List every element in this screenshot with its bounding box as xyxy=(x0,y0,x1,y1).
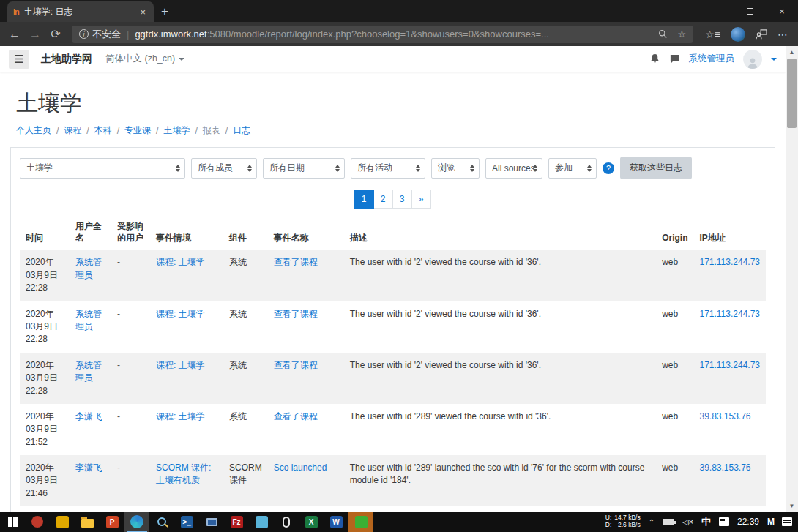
tray-expand-chevron-icon[interactable]: ⌃ xyxy=(649,518,655,526)
cell-affected-user: - xyxy=(111,404,150,455)
browser-profile-avatar[interactable] xyxy=(731,27,745,42)
user-fullname-link[interactable]: 系统管理员 xyxy=(75,257,102,280)
site-security[interactable]: i 不安全 xyxy=(79,28,121,41)
event-name-link[interactable]: 查看了课程 xyxy=(274,411,318,422)
messages-icon[interactable] xyxy=(669,53,680,64)
filezilla-icon[interactable]: Fz xyxy=(224,512,249,532)
pagination-item[interactable]: 2 xyxy=(373,190,393,209)
user-avatar[interactable] xyxy=(743,50,762,69)
user-fullname-link[interactable]: 系统管理员 xyxy=(75,360,102,383)
ip-address-link[interactable]: 171.113.244.73 xyxy=(699,309,760,319)
battery-icon[interactable] xyxy=(663,519,674,525)
language-selector[interactable]: 简体中文 (zh_cn) xyxy=(105,53,184,65)
feedback-icon[interactable] xyxy=(756,29,767,40)
address-bar[interactable]: i 不安全 | ggtdx.imwork.net :5080/moodle/re… xyxy=(72,26,693,43)
site-brand[interactable]: 土地助学网 xyxy=(41,53,92,66)
event-name-link[interactable]: Sco launched xyxy=(274,462,327,473)
tab-close-icon[interactable]: × xyxy=(138,7,148,18)
breadcrumb-link[interactable]: 专业课 xyxy=(124,124,151,137)
edge-browser-icon[interactable] xyxy=(124,512,149,532)
app-3d-box-icon[interactable] xyxy=(50,512,75,532)
page-scrollbar[interactable]: ▲ ▼ xyxy=(786,46,798,512)
breadcrumb-link[interactable]: 本科 xyxy=(94,124,112,137)
ime-mode-indicator[interactable]: 中 xyxy=(701,515,711,528)
window-restore-button[interactable] xyxy=(734,0,766,22)
notification-bell-icon[interactable] xyxy=(649,53,660,64)
search-tool-icon[interactable] xyxy=(149,512,174,532)
participants-select[interactable]: 所有成员 xyxy=(191,158,257,179)
input-device-icon[interactable] xyxy=(274,512,299,532)
edulevel-select[interactable]: 参加 xyxy=(548,158,597,179)
ip-address-link[interactable]: 171.113.244.73 xyxy=(699,257,760,267)
user-fullname-link[interactable]: 李潇飞 xyxy=(75,411,102,422)
menu-hamburger-button[interactable]: ☰ xyxy=(9,50,29,69)
scroll-down-icon[interactable]: ▼ xyxy=(786,500,798,512)
cell-ip-address: 39.83.153.76 xyxy=(693,404,766,455)
browser-tab[interactable]: in 土壤学: 日志 × xyxy=(7,1,154,22)
course-select[interactable]: 土壤学 xyxy=(20,158,185,179)
network-speed-indicator[interactable]: U: 14.7 kB/s D: 2.6 kB/s xyxy=(605,514,641,529)
wechat-icon[interactable] xyxy=(348,512,373,532)
volume-muted-icon[interactable]: ◁× xyxy=(682,517,693,527)
app-red-icon[interactable] xyxy=(25,512,50,532)
activity-select[interactable]: 所有活动 xyxy=(351,158,425,179)
search-icon[interactable] xyxy=(658,29,668,39)
ip-address-link[interactable]: 171.113.244.73 xyxy=(699,360,760,370)
ip-address-link[interactable]: 39.83.153.76 xyxy=(699,411,750,422)
logged-in-user[interactable]: 系统管理员 xyxy=(689,53,735,65)
start-button[interactable] xyxy=(0,512,25,532)
scroll-up-icon[interactable]: ▲ xyxy=(786,46,798,58)
breadcrumb-link[interactable]: 日志 xyxy=(233,124,250,137)
event-context-link[interactable]: 课程: 土壤学 xyxy=(156,257,205,267)
more-menu-icon[interactable]: ⋯ xyxy=(778,29,788,40)
powerpoint-icon[interactable]: P xyxy=(100,512,124,532)
taskbar-clock[interactable]: 22:39 xyxy=(737,517,759,527)
tray-window-icon[interactable] xyxy=(719,517,729,526)
back-button[interactable]: ← xyxy=(4,28,25,41)
breadcrumb-link[interactable]: 个人主页 xyxy=(16,124,51,137)
file-explorer-icon[interactable] xyxy=(75,512,100,532)
event-name-link[interactable]: 查看了课程 xyxy=(274,309,318,319)
powershell-icon[interactable]: >_ xyxy=(174,512,199,532)
action-center-icon[interactable] xyxy=(782,517,792,526)
help-icon[interactable]: ? xyxy=(603,162,614,174)
window-close-button[interactable]: × xyxy=(766,0,798,22)
refresh-button[interactable]: ⟳ xyxy=(45,27,66,41)
get-logs-button[interactable]: 获取这些日志 xyxy=(620,157,692,179)
user-fullname-link[interactable]: 系统管理员 xyxy=(75,309,102,331)
ip-address-link[interactable]: 39.83.153.76 xyxy=(699,462,750,473)
user-fullname-link[interactable]: 李潇飞 xyxy=(75,462,102,473)
pagination-item[interactable]: » xyxy=(411,190,431,209)
remote-desktop-icon[interactable] xyxy=(199,512,224,532)
favorites-bar-icon[interactable]: ☆≡ xyxy=(705,29,720,40)
event-context-link[interactable]: SCORM 课件: 土壤有机质 xyxy=(156,462,211,485)
breadcrumb-link[interactable]: 土壤学 xyxy=(163,124,190,137)
actions-select[interactable]: 浏览 xyxy=(431,158,480,179)
breadcrumb-link[interactable]: 课程 xyxy=(64,124,81,137)
event-name-link[interactable]: 查看了课程 xyxy=(274,257,318,267)
ime-app-icon[interactable]: M xyxy=(767,517,774,527)
user-menu-chevron-icon[interactable] xyxy=(771,58,777,61)
scrollbar-thumb[interactable] xyxy=(787,59,797,128)
cell-event-context: SCORM 课件: 土壤有机质 xyxy=(150,455,223,506)
event-name-link[interactable]: 查看了课程 xyxy=(274,360,318,370)
new-tab-button[interactable]: + xyxy=(161,4,168,19)
window-minimize-button[interactable]: – xyxy=(701,0,734,22)
favorite-star-icon[interactable]: ☆ xyxy=(678,29,687,40)
breadcrumb: 个人主页/课程/本科/专业课/土壤学/报表/日志 xyxy=(16,124,775,137)
excel-icon[interactable]: X xyxy=(299,512,324,532)
origin-select[interactable]: All sources xyxy=(485,158,542,179)
column-header: 时间 xyxy=(20,216,70,250)
word-icon[interactable]: W xyxy=(324,512,348,532)
event-context-link[interactable]: 课程: 土壤学 xyxy=(156,411,205,422)
forward-button[interactable]: → xyxy=(25,28,45,41)
date-select[interactable]: 所有日期 xyxy=(263,158,345,179)
table-row: 2020年03月9日 22:28系统管理员-课程: 土壤学系统查看了课程The … xyxy=(20,301,766,353)
event-context-link[interactable]: 课程: 土壤学 xyxy=(156,309,205,319)
column-header: 事件名称 xyxy=(268,216,344,250)
photo-viewer-icon[interactable] xyxy=(249,512,274,532)
download-value: 2.6 kB/s xyxy=(614,522,640,529)
event-context-link[interactable]: 课程: 土壤学 xyxy=(156,360,205,370)
pagination-item[interactable]: 3 xyxy=(392,190,412,209)
pagination-item[interactable]: 1 xyxy=(354,190,374,209)
